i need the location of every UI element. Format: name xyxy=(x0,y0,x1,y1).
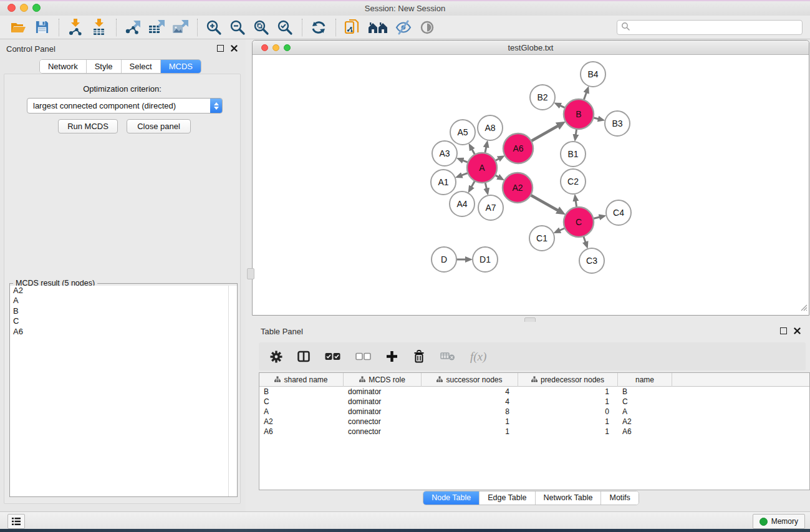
table-cell[interactable]: dominator xyxy=(344,397,422,406)
select-all-columns-icon[interactable] xyxy=(325,352,340,360)
zoom-selected-icon[interactable] xyxy=(276,18,294,37)
graph-node-A1[interactable]: A1 xyxy=(431,170,456,195)
zoom-out-icon[interactable] xyxy=(228,18,247,37)
graph-node-A7[interactable]: A7 xyxy=(478,195,503,220)
open-session-icon[interactable] xyxy=(9,18,27,37)
network-from-selection-icon[interactable] xyxy=(343,18,362,37)
delete-column-trash-icon[interactable] xyxy=(413,350,425,363)
float-table-panel-icon[interactable] xyxy=(779,327,788,335)
refresh-icon[interactable] xyxy=(309,18,328,37)
table-cell[interactable]: 4 xyxy=(422,397,518,406)
column-header-predecessor-nodes[interactable]: predecessor nodes xyxy=(518,373,618,387)
export-image-icon[interactable] xyxy=(171,18,190,37)
table-cell[interactable]: A6 xyxy=(618,427,672,436)
column-header-successor-nodes[interactable]: successor nodes xyxy=(422,373,518,387)
table-cell[interactable]: A2 xyxy=(259,417,344,426)
graph-node-A6[interactable]: A6 xyxy=(503,133,533,163)
table-cell[interactable]: 1 xyxy=(518,427,618,436)
tab-select[interactable]: Select xyxy=(122,60,161,73)
table-cell[interactable]: C xyxy=(618,397,672,406)
tab-network[interactable]: Network xyxy=(40,60,87,73)
show-column-icon[interactable] xyxy=(297,351,310,362)
graph-node-A5[interactable]: A5 xyxy=(450,120,475,145)
task-history-button[interactable] xyxy=(7,514,25,529)
table-cell[interactable]: 8 xyxy=(422,407,518,416)
run-mcds-button[interactable]: Run MCDS xyxy=(58,119,118,133)
table-cell[interactable]: B xyxy=(259,387,344,396)
table-cell[interactable]: 1 xyxy=(422,417,518,426)
node-table[interactable]: shared nameMCDS rolesuccessor nodesprede… xyxy=(259,372,810,490)
float-panel-icon[interactable] xyxy=(216,44,224,52)
table-cell[interactable]: A xyxy=(259,407,344,416)
table-cell[interactable]: 1 xyxy=(518,387,618,396)
graph-node-A4[interactable]: A4 xyxy=(450,191,475,216)
column-header-shared-name[interactable]: shared name xyxy=(259,373,344,387)
table-cell[interactable]: 1 xyxy=(422,427,518,436)
import-table-icon[interactable] xyxy=(90,18,108,37)
window-resize-grip[interactable] xyxy=(799,302,808,314)
close-panel-button[interactable]: Close panel xyxy=(127,119,191,133)
graph-node-B3[interactable]: B3 xyxy=(605,111,630,136)
show-graphics-details-icon[interactable] xyxy=(418,18,436,37)
import-network-icon[interactable] xyxy=(66,18,85,37)
table-cell[interactable]: A6 xyxy=(259,427,344,436)
table-cell[interactable]: 4 xyxy=(422,387,518,396)
graph-node-A3[interactable]: A3 xyxy=(432,141,457,166)
tab-style[interactable]: Style xyxy=(87,60,122,73)
tab-node-table[interactable]: Node Table xyxy=(423,491,480,505)
graph-node-B1[interactable]: B1 xyxy=(561,142,586,167)
table-cell[interactable]: B xyxy=(618,387,672,396)
tab-network-table[interactable]: Network Table xyxy=(536,491,602,505)
table-row[interactable]: A6connector11A6 xyxy=(259,427,809,437)
graph-node-C3[interactable]: C3 xyxy=(579,248,604,273)
network-canvas[interactable]: B4B2BB3A8A5A6B1A3AA1C2A2A4A7C4CC1C3DD1 xyxy=(253,55,809,315)
export-table-icon[interactable] xyxy=(147,18,166,37)
column-header-name[interactable]: name xyxy=(618,373,672,387)
table-cell[interactable]: 1 xyxy=(518,417,618,426)
table-cell[interactable]: connector xyxy=(344,427,422,436)
search-field[interactable] xyxy=(617,20,803,35)
tab-mcds[interactable]: MCDS xyxy=(161,60,201,73)
graph-node-C2[interactable]: C2 xyxy=(561,169,586,194)
table-row[interactable]: Bdominator41B xyxy=(259,387,809,397)
table-cell[interactable]: 1 xyxy=(518,397,618,406)
memory-button[interactable]: Memory xyxy=(753,514,805,529)
column-header-MCDS-role[interactable]: MCDS role xyxy=(344,373,422,387)
tab-edge-table[interactable]: Edge Table xyxy=(480,491,535,505)
create-column-plus-icon[interactable] xyxy=(386,351,398,362)
search-input[interactable] xyxy=(632,22,802,32)
zoom-fit-icon[interactable] xyxy=(252,18,271,37)
graph-node-D[interactable]: D xyxy=(432,247,456,272)
table-row[interactable]: Adominator80A xyxy=(259,407,809,417)
tab-motifs[interactable]: Motifs xyxy=(601,491,638,505)
zoom-in-icon[interactable] xyxy=(205,18,223,37)
result-list-item[interactable]: A6 xyxy=(10,327,229,337)
graph-node-C[interactable]: C xyxy=(564,207,594,237)
table-settings-gear-icon[interactable] xyxy=(270,351,282,363)
result-list-item[interactable]: B xyxy=(10,306,229,316)
table-row[interactable]: A2connector11A2 xyxy=(259,417,809,427)
table-cell[interactable]: 0 xyxy=(518,407,618,416)
table-cell[interactable]: dominator xyxy=(344,407,422,416)
network-window-titlebar[interactable]: testGlobe.txt xyxy=(253,41,809,55)
vertical-splitter-handle[interactable] xyxy=(247,268,254,279)
table-cell[interactable]: connector xyxy=(344,417,422,426)
graph-node-B[interactable]: B xyxy=(564,99,594,129)
graph-node-B4[interactable]: B4 xyxy=(581,62,605,87)
graph-node-C4[interactable]: C4 xyxy=(606,200,631,225)
result-list-item[interactable]: A xyxy=(10,296,229,306)
close-panel-icon[interactable] xyxy=(230,44,238,52)
table-cell[interactable]: dominator xyxy=(344,387,422,396)
table-cell[interactable]: A xyxy=(618,407,672,416)
hide-graphics-details-icon[interactable] xyxy=(394,18,413,37)
graph-node-A2[interactable]: A2 xyxy=(503,173,533,203)
table-cell[interactable]: C xyxy=(259,397,344,406)
close-table-panel-icon[interactable] xyxy=(793,327,801,335)
save-session-icon[interactable] xyxy=(32,18,51,37)
table-row[interactable]: Cdominator41C xyxy=(259,397,809,407)
graph-node-A[interactable]: A xyxy=(467,153,497,183)
graph-node-C1[interactable]: C1 xyxy=(529,226,554,251)
mcds-result-list[interactable]: A2ABCA6 xyxy=(10,286,229,496)
graph-node-A8[interactable]: A8 xyxy=(478,115,503,140)
unselect-all-columns-icon[interactable] xyxy=(355,352,371,360)
